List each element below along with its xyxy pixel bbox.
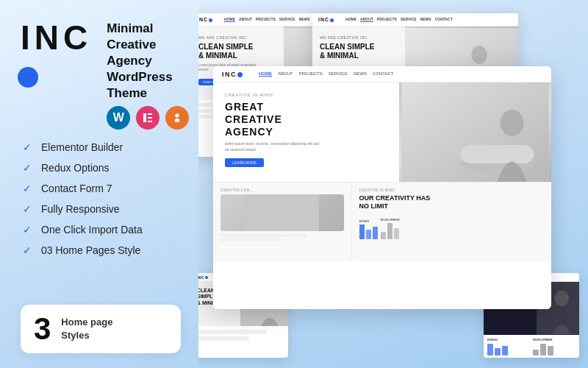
elementor-svg bbox=[142, 112, 154, 124]
header-row: INC Minimal Creative Agency WordPress Th… bbox=[21, 21, 181, 130]
svg-rect-2 bbox=[148, 117, 152, 118]
features-list: ✓ Elementor Builder ✓ Redux Options ✓ Co… bbox=[21, 137, 181, 261]
mini-text-row bbox=[220, 238, 282, 241]
svg-point-20 bbox=[554, 291, 569, 306]
svg-rect-1 bbox=[148, 113, 152, 115]
home-page-badge: 3 Home page Styles bbox=[21, 305, 181, 353]
mock-mid-agency-btn: LEARN MORE bbox=[225, 158, 264, 167]
agency-svg bbox=[399, 82, 551, 182]
badge-line1: Home page bbox=[61, 316, 112, 328]
mini-label-2: CREATIVE IN MIND bbox=[359, 188, 544, 192]
mock-mid-link: CONTACT bbox=[373, 71, 394, 77]
list-item: ✓ Fully Responsive bbox=[21, 199, 181, 219]
list-item: ✓ 03 Home Pages Style bbox=[21, 240, 181, 261]
bar bbox=[394, 228, 399, 239]
mock-mid-link: PROJECTS bbox=[299, 71, 323, 77]
bar bbox=[502, 346, 508, 355]
logo-letters: INC bbox=[21, 18, 92, 57]
mock-mid-agency-left: CREATIVE IN MIND GREATCREATIVEAGENCY lor… bbox=[213, 82, 399, 182]
mockup-container: INC HOME ABOUT PROJECTS SERVICE NEWS CON… bbox=[198, 7, 581, 361]
bar bbox=[540, 344, 546, 355]
mock-mid-link: ABOUT bbox=[278, 71, 293, 77]
right-panel: INC HOME ABOUT PROJECTS SERVICE NEWS CON… bbox=[198, 0, 588, 368]
mock-mini-2: CREATIVE IN MIND OUR CREATIVITY HASNO LI… bbox=[352, 183, 551, 261]
chart-label-dev: DEVELOPMENT bbox=[381, 219, 401, 222]
mockup-main: INC HOME ABOUT PROJECTS SERVICE NEWS CON… bbox=[213, 66, 551, 309]
svg-rect-14 bbox=[461, 145, 534, 163]
wordpress-icon: W bbox=[107, 106, 130, 130]
mock-mid-agency-right bbox=[399, 82, 551, 182]
mock-mid-link: NEWS bbox=[354, 71, 367, 77]
mini-chart: DESIGN DEVELOPMENT bbox=[359, 213, 544, 239]
bar bbox=[359, 224, 365, 239]
mock-nav-link: PROJECTS bbox=[377, 17, 397, 22]
badge-text: Home page Styles bbox=[61, 316, 112, 342]
chart-col-1: DESIGN bbox=[487, 339, 530, 355]
bar bbox=[487, 344, 493, 355]
touch-svg bbox=[171, 112, 183, 124]
svg-rect-3 bbox=[148, 121, 152, 122]
chart-label: DESIGN bbox=[359, 220, 378, 223]
mock-mid-agency-title: GREATCREATIVEAGENCY bbox=[225, 101, 387, 138]
mock-nav-link: HOME bbox=[224, 17, 235, 22]
agency-right-image bbox=[399, 82, 551, 182]
feature-label: Redux Options bbox=[41, 162, 110, 174]
mock-nav-link: SERVICE bbox=[279, 17, 295, 22]
check-icon: ✓ bbox=[21, 202, 34, 216]
chart-bars bbox=[359, 224, 378, 239]
title-line2: WordPress Theme bbox=[107, 70, 172, 100]
svg-rect-0 bbox=[143, 113, 146, 122]
chart-col-2: DEVELOPMENT bbox=[533, 339, 576, 355]
mini-svg-1 bbox=[220, 194, 344, 231]
bar bbox=[495, 348, 501, 355]
bar bbox=[381, 232, 386, 239]
mock-hero-content-2: WE ARE CREATIVE INC. CLEAN SIMPLE& MINIM… bbox=[320, 35, 374, 60]
check-icon: ✓ bbox=[21, 223, 34, 236]
mock-nav-links-2: HOME ABOUT PROJECTS SERVICE NEWS CONTACT bbox=[345, 17, 453, 22]
mock-nav-2: INC HOME ABOUT PROJECTS SERVICE NEWS CON… bbox=[312, 13, 518, 26]
mock-mini-1: CREATIVE CON... bbox=[213, 183, 352, 261]
feature-label: 03 Home Pages Style bbox=[41, 244, 140, 256]
list-item: ✓ Elementor Builder bbox=[21, 137, 181, 158]
logo-group: INC bbox=[21, 21, 92, 88]
bar bbox=[387, 223, 392, 239]
mock-nav-link: CONTACT bbox=[435, 17, 453, 22]
theme-title-area: Minimal Creative Agency WordPress Theme … bbox=[107, 21, 189, 130]
title-row: Minimal Creative Agency WordPress Theme … bbox=[104, 21, 189, 130]
chart-col-label-2: DEVELOPMENT bbox=[533, 339, 576, 342]
mini-title-2: OUR CREATIVITY HASNO LIMIT bbox=[359, 194, 544, 210]
mock-mid-link: SERVICE bbox=[329, 71, 348, 77]
mock-mid-links: HOME ABOUT PROJECTS SERVICE NEWS CONTACT bbox=[259, 71, 393, 77]
svg-rect-16 bbox=[245, 194, 319, 231]
mini-text-row bbox=[220, 234, 306, 237]
mock-hero-title-1: CLEAN SIMPLE& MINIMAL bbox=[198, 43, 257, 60]
mock-nav-link: NEWS bbox=[299, 17, 310, 22]
list-item: ✓ Redux Options bbox=[21, 158, 181, 178]
title-line1: Minimal Creative Agency bbox=[107, 21, 156, 68]
mock-mid-link: HOME bbox=[259, 71, 272, 77]
mock-nav-link: PROJECTS bbox=[256, 17, 276, 22]
list-item: ✓ One Click Import Data bbox=[21, 219, 181, 240]
svg-point-10 bbox=[471, 46, 487, 64]
check-icon: ✓ bbox=[21, 182, 34, 195]
content-row bbox=[198, 330, 267, 334]
feature-label: Contact Form 7 bbox=[41, 183, 112, 194]
feature-label: Fully Responsive bbox=[41, 203, 120, 215]
mock-nav-link: NEWS bbox=[420, 17, 431, 22]
badge-number: 3 bbox=[34, 314, 51, 344]
bar bbox=[548, 346, 553, 355]
mock-mid-agency-tag: CREATIVE IN MIND bbox=[225, 93, 387, 97]
chart-col-dev: DEVELOPMENT bbox=[381, 219, 401, 239]
mock-mid-agency-section: CREATIVE IN MIND GREATCREATIVEAGENCY lor… bbox=[213, 82, 551, 182]
list-item: ✓ Contact Form 7 bbox=[21, 178, 181, 199]
touch-icon bbox=[165, 106, 189, 130]
chart-bars-1 bbox=[487, 344, 530, 355]
mock-small2-bottom: DESIGN DEVELOPMENT bbox=[484, 335, 579, 358]
mock-small-bottom-1 bbox=[198, 326, 288, 347]
title-icons-group: Minimal Creative Agency WordPress Theme … bbox=[104, 21, 189, 130]
chart-bars-dev bbox=[381, 223, 401, 239]
mock-nav-link: ABOUT bbox=[239, 17, 252, 22]
feature-label: Elementor Builder bbox=[41, 141, 123, 153]
mock-mid-nav: INC HOME ABOUT PROJECTS SERVICE NEWS CON… bbox=[213, 66, 551, 82]
mini-image-1 bbox=[220, 194, 344, 231]
